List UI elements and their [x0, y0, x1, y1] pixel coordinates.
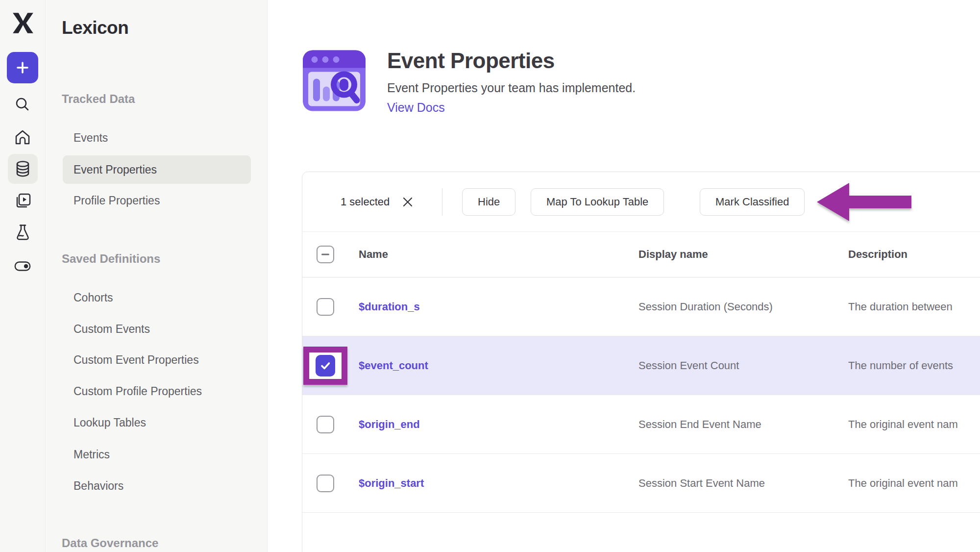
sidebar-item-cohorts[interactable]: Cohorts [74, 290, 113, 305]
annotation-arrow [814, 180, 913, 225]
description-cell: The original event nam [848, 477, 958, 490]
sidebar-item-behaviors[interactable]: Behaviors [74, 478, 123, 493]
boards-button[interactable] [13, 192, 32, 210]
property-name-link[interactable]: $event_count [359, 359, 428, 372]
feature-flags-button[interactable] [13, 257, 32, 276]
sidebar-item-events[interactable]: Events [74, 130, 108, 145]
display-name-cell: Session Event Count [638, 359, 739, 372]
sidebar-item-lookup-tables[interactable]: Lookup Tables [74, 415, 146, 430]
sidebar-item-profile-properties[interactable]: Profile Properties [74, 193, 160, 208]
property-name-link[interactable]: $duration_s [359, 301, 420, 313]
sidebar-item-custom-profile-properties[interactable]: Custom Profile Properties [74, 384, 202, 399]
row-checkbox[interactable] [317, 475, 334, 492]
plus-icon [15, 60, 30, 75]
description-cell: The number of events [848, 359, 953, 372]
row-checkbox[interactable] [317, 298, 334, 316]
experiments-button[interactable] [13, 223, 32, 242]
display-name-cell: Session Start Event Name [638, 477, 765, 490]
section-tracked-data: Tracked Data [62, 92, 135, 106]
select-all-checkbox[interactable] [317, 246, 334, 263]
video-boards-icon [14, 192, 32, 210]
page-title: Event Properties [387, 49, 555, 73]
sidebar-item-custom-event-properties[interactable]: Custom Event Properties [74, 352, 199, 367]
toolbar-divider [442, 188, 442, 216]
table-header-row: Name Display name Description [302, 232, 980, 277]
description-cell: The duration between [848, 301, 953, 313]
sidebar: Lexicon Tracked Data Events Event Proper… [46, 0, 268, 552]
section-data-governance: Data Governance [62, 536, 158, 550]
checkmark-icon [319, 359, 332, 372]
mark-classified-button[interactable]: Mark Classified [700, 188, 805, 216]
row-checkbox-checked[interactable] [316, 355, 335, 376]
display-name-cell: Session Duration (Seconds) [638, 301, 773, 313]
column-header-display-name: Display name [638, 248, 708, 261]
display-name-cell: Session End Event Name [638, 418, 761, 431]
sidebar-title: Lexicon [62, 18, 128, 38]
search-button[interactable] [13, 95, 32, 114]
create-button[interactable] [7, 52, 38, 83]
table-row[interactable]: $origin_end Session End Event Name The o… [302, 395, 980, 454]
mixpanel-logo-icon[interactable] [11, 11, 35, 35]
clear-selection-icon[interactable] [402, 197, 413, 207]
selection-count-label: 1 selected [341, 196, 390, 208]
row-checkbox[interactable] [317, 416, 334, 433]
home-button[interactable] [13, 128, 32, 147]
page-subtitle: Event Properties your team has implement… [387, 81, 636, 95]
map-to-lookup-table-button[interactable]: Map To Lookup Table [531, 188, 664, 216]
column-header-description: Description [848, 248, 907, 261]
hide-button[interactable]: Hide [462, 188, 515, 216]
annotation-highlight-box [303, 347, 347, 385]
toggle-icon [13, 259, 32, 273]
view-docs-link[interactable]: View Docs [387, 100, 445, 115]
flask-icon [14, 223, 32, 242]
sidebar-item-metrics[interactable]: Metrics [74, 447, 110, 462]
event-properties-app-icon [300, 46, 368, 115]
sidebar-item-event-properties[interactable]: Event Properties [74, 162, 157, 177]
search-icon [14, 96, 31, 113]
column-header-name: Name [359, 248, 388, 261]
property-name-link[interactable]: $origin_start [359, 477, 424, 490]
section-saved-definitions: Saved Definitions [62, 252, 160, 266]
sidebar-item-custom-events[interactable]: Custom Events [74, 322, 150, 336]
event-properties-panel: 1 selected Hide Map To Lookup Table Mark… [302, 172, 980, 552]
description-cell: The original event nam [848, 418, 958, 431]
icon-rail [0, 0, 46, 552]
property-name-link[interactable]: $origin_end [359, 418, 420, 431]
table-row[interactable]: $origin_start Session Start Event Name T… [302, 454, 980, 513]
table-row[interactable]: $duration_s Session Duration (Seconds) T… [302, 277, 980, 336]
database-icon [14, 160, 32, 178]
home-icon [13, 128, 32, 147]
data-management-button[interactable] [8, 154, 38, 184]
table-row-selected[interactable]: $event_count Session Event Count The num… [302, 336, 980, 395]
